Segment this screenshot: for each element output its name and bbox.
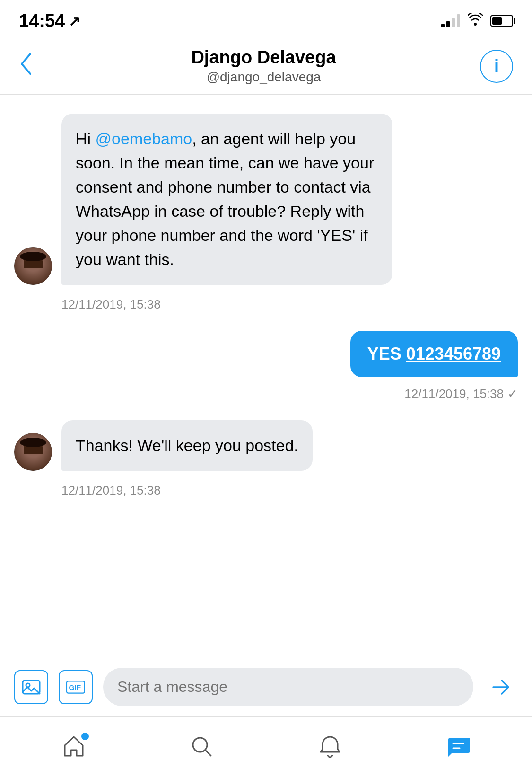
signal-icon (441, 14, 460, 27)
avatar (14, 247, 52, 285)
mention-link[interactable]: @oemebamo (96, 130, 192, 148)
nav-home[interactable] (55, 729, 93, 767)
contact-name: Django Delavega (47, 47, 480, 68)
messages-icon (445, 734, 471, 761)
nav-search[interactable] (183, 729, 221, 767)
home-notification-dot (81, 733, 89, 740)
status-bar: 14:54 ↗ (0, 0, 532, 38)
message-bubble-sent: YES 0123456789 (350, 331, 518, 377)
message-composer: GIF (0, 657, 532, 716)
send-button[interactable] (484, 670, 518, 704)
delivered-checkmark: ✓ (507, 387, 518, 401)
message-bubble-received: Thanks! We'll keep you posted. (61, 420, 313, 471)
header-user-info: Django Delavega @django_delavega (47, 47, 480, 85)
message-input[interactable] (103, 668, 473, 706)
nav-notifications[interactable] (311, 729, 349, 767)
svg-text:GIF: GIF (69, 683, 81, 691)
chat-header: Django Delavega @django_delavega i (0, 38, 532, 95)
search-icon (189, 734, 215, 761)
message-timestamp: 12/11/2019, 15:38 (61, 483, 518, 498)
message-bubble-received: Hi @oemebamo, an agent will help you soo… (61, 114, 392, 285)
message-timestamp: 12/11/2019, 15:38 (61, 297, 518, 312)
notifications-icon (317, 734, 343, 761)
image-attach-button[interactable] (14, 670, 48, 704)
status-icons (441, 13, 513, 29)
message-row: Hi @oemebamo, an agent will help you soo… (14, 114, 518, 285)
wifi-icon (468, 13, 483, 29)
message-timestamp-sent: 12/11/2019, 15:38 ✓ (14, 387, 518, 401)
phone-link[interactable]: 0123456789 (406, 344, 501, 363)
contact-handle: @django_delavega (47, 70, 480, 85)
avatar (14, 433, 52, 471)
back-button[interactable] (19, 52, 47, 80)
message-row-sent: YES 0123456789 (14, 331, 518, 377)
messages-area: Hi @oemebamo, an agent will help you soo… (0, 95, 532, 636)
nav-messages[interactable] (439, 729, 477, 767)
location-arrow-icon: ↗ (69, 13, 80, 29)
status-time: 14:54 ↗ (19, 11, 80, 31)
info-button[interactable]: i (480, 50, 513, 83)
svg-point-1 (26, 683, 30, 687)
bottom-navigation (0, 716, 532, 778)
time-display: 14:54 (19, 11, 65, 31)
gif-button[interactable]: GIF (59, 670, 93, 704)
message-row: Thanks! We'll keep you posted. (14, 420, 518, 471)
battery-icon (490, 15, 513, 27)
